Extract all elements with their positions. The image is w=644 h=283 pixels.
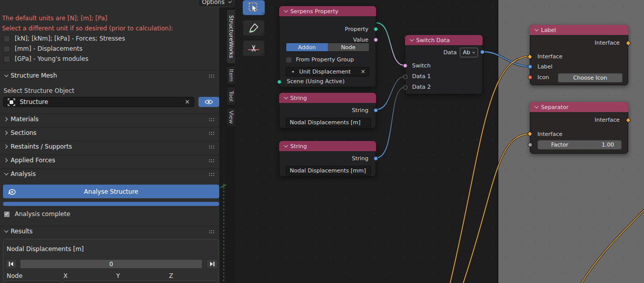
tab-label: Tool: [228, 91, 234, 101]
node-header[interactable]: Label: [530, 25, 628, 35]
socket-string-output[interactable]: [374, 108, 378, 113]
panel-title: Structure Mesh: [11, 72, 57, 79]
node-header[interactable]: String: [279, 93, 376, 103]
node-title: String: [290, 95, 307, 101]
tab-structureworks[interactable]: StructureWorks: [226, 9, 235, 64]
node-label[interactable]: Label Interface Interface Label Icon Cho…: [530, 25, 628, 85]
node-header[interactable]: Separator: [530, 102, 628, 112]
panel-drag-handle[interactable]: [208, 131, 215, 135]
node-header[interactable]: Serpens Property: [279, 6, 376, 16]
tab-view[interactable]: View: [226, 108, 235, 127]
socket-factor-input[interactable]: [528, 143, 532, 147]
node-header[interactable]: String: [279, 141, 376, 151]
socket-data2-input[interactable]: [403, 85, 408, 90]
panel-header-sections[interactable]: Sections: [0, 129, 219, 136]
from-property-group-checkbox[interactable]: [286, 57, 292, 63]
tool-cut-links-button[interactable]: ✂: [243, 40, 265, 56]
panel-header-applied-forces[interactable]: Applied Forces: [0, 156, 219, 164]
socket-value-output[interactable]: [374, 38, 378, 42]
factor-value: 1.00: [602, 142, 615, 148]
analyse-structure-button[interactable]: Analyse Structure: [3, 185, 219, 198]
tool-annotate-button[interactable]: [243, 20, 265, 36]
socket-data1-input[interactable]: [403, 75, 408, 79]
output-label-string: String: [352, 107, 368, 114]
socket-string-output[interactable]: [374, 156, 378, 161]
panel-drag-handle[interactable]: [208, 117, 215, 121]
panel-header-results[interactable]: Results: [0, 227, 219, 235]
node-header[interactable]: Switch Data: [405, 35, 483, 45]
collapse-chevron-icon[interactable]: [284, 143, 288, 147]
string-value-field[interactable]: Nodal Displacements [mm]: [286, 166, 371, 175]
structure-object-field[interactable]: Structure ✕: [3, 97, 194, 107]
choose-icon-button[interactable]: Choose Icon: [558, 73, 623, 83]
node-string-2[interactable]: String String Nodal Displacements [mm]: [279, 141, 376, 176]
string-value-field[interactable]: Nodal Displacements [m]: [286, 118, 371, 127]
sidebar-tab-strip: StructureWorks Item Tool View: [226, 0, 235, 283]
socket-data-output[interactable]: [480, 50, 485, 54]
node-title: String: [290, 143, 307, 150]
property-dropdown[interactable]: • Unit Displacement ✕: [286, 67, 369, 77]
panel-drag-handle[interactable]: [208, 172, 215, 176]
bullet-icon: •: [291, 68, 295, 75]
input-label-interface: Interface: [537, 131, 562, 137]
input-label-data1: Data 1: [412, 73, 431, 80]
factor-slider[interactable]: Factor 1.00: [537, 140, 622, 150]
output-label-interface: Interface: [595, 40, 620, 46]
options-button[interactable]: Options: [198, 0, 234, 7]
node-separator[interactable]: Separator Interface Interface Factor 1.0…: [530, 102, 628, 154]
jump-to-end-button[interactable]: [207, 259, 218, 269]
panel-drag-handle[interactable]: [208, 145, 215, 149]
socket-switch-input[interactable]: [403, 63, 408, 68]
chevron-down-icon: [228, 0, 232, 3]
data-output-label: Data: [444, 49, 457, 56]
result-frame-slider[interactable]: 0: [20, 259, 202, 269]
panel-header-analysis[interactable]: Analysis: [0, 170, 219, 178]
analysis-complete-checkbox[interactable]: ✓: [4, 211, 10, 218]
data-type-dropdown[interactable]: Ab: [460, 48, 478, 57]
close-icon[interactable]: ✕: [361, 68, 365, 75]
socket-property-output[interactable]: [374, 27, 378, 31]
unit-gpa-label: [GPa] - Young's modules: [15, 55, 88, 62]
socket-label-input[interactable]: [528, 64, 532, 69]
tool-expand-corner: [261, 53, 263, 55]
collapse-chevron-icon[interactable]: [284, 95, 288, 99]
unit-kn-checkbox[interactable]: [4, 36, 10, 42]
jump-to-start-button[interactable]: [6, 259, 17, 269]
tool-select-box-button[interactable]: [243, 0, 265, 15]
collapse-chevron-icon[interactable]: [534, 27, 538, 31]
chevron-down-icon: [472, 50, 475, 53]
tab-tool[interactable]: Tool: [226, 87, 235, 105]
tab-label: View: [228, 111, 234, 124]
string-value: Nodal Displacements [m]: [290, 119, 360, 126]
panel-drag-handle[interactable]: [208, 158, 215, 162]
unit-mm-checkbox[interactable]: [4, 46, 10, 52]
panel-drag-handle[interactable]: [208, 74, 215, 78]
blender-logo-icon: [7, 187, 16, 196]
panel-title: Restaints / Supports: [11, 143, 72, 150]
input-label-icon: Icon: [537, 74, 549, 81]
segment-node[interactable]: Node: [328, 43, 369, 51]
node-serpens-property[interactable]: Serpens Property Property Value Addon No…: [279, 6, 376, 87]
collapse-chevron-icon[interactable]: [410, 37, 414, 41]
unit-kn-label: [kN]; [kNm]; [kPa] - Forces; Stresses: [15, 35, 125, 42]
socket-scene-input[interactable]: [277, 80, 282, 84]
close-icon[interactable]: ✕: [185, 98, 190, 105]
socket-icon-input[interactable]: [528, 75, 532, 80]
node-string-1[interactable]: String String Nodal Displacements [m]: [279, 93, 376, 128]
expand-chevron-icon: [4, 158, 8, 162]
segment-addon[interactable]: Addon: [286, 43, 328, 51]
scissors-icon: ✂: [249, 45, 259, 52]
panel-header-structure-mesh[interactable]: Structure Mesh: [0, 72, 219, 80]
result-frame-value: 0: [109, 261, 113, 268]
node-switch-data[interactable]: Switch Data Data Ab Switch Data 1 Data 2: [405, 35, 483, 94]
tool-expand-corner: [261, 32, 263, 34]
panel-header-materials[interactable]: Materials: [0, 115, 219, 123]
collapse-chevron-icon[interactable]: [534, 104, 538, 108]
output-label-interface: Interface: [595, 117, 620, 123]
collapse-chevron-icon[interactable]: [284, 8, 288, 12]
panel-drag-handle[interactable]: [208, 229, 215, 233]
tab-item[interactable]: Item: [226, 66, 235, 85]
toggle-visibility-button[interactable]: [198, 97, 219, 107]
unit-gpa-checkbox[interactable]: [4, 56, 10, 62]
panel-header-restraints[interactable]: Restaints / Supports: [0, 143, 219, 150]
